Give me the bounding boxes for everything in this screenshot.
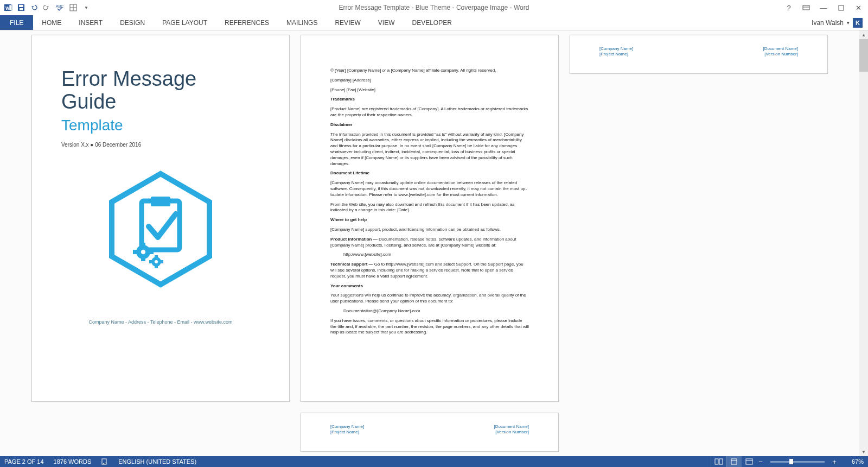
svg-rect-2 (9, 5, 12, 10)
qat-dropdown-icon[interactable]: ▼ (80, 2, 92, 14)
tab-home[interactable]: HOME (33, 15, 70, 30)
ribbon-display-icon[interactable] (799, 2, 814, 14)
redo-icon[interactable] (41, 2, 53, 14)
user-badge: K (853, 18, 863, 28)
tab-page-layout[interactable]: PAGE LAYOUT (154, 15, 216, 30)
svg-rect-10 (803, 5, 809, 10)
titlebar: W ABC ▼ Error Message Template - Blue Th… (0, 0, 868, 15)
tab-view[interactable]: VIEW (369, 15, 404, 30)
tab-developer[interactable]: DEVELOPER (403, 15, 460, 30)
tab-mailings[interactable]: MAILINGS (278, 15, 326, 30)
tab-design[interactable]: DESIGN (111, 15, 154, 30)
tab-review[interactable]: REVIEW (326, 15, 369, 30)
table-icon[interactable] (67, 2, 79, 14)
svg-rect-12 (839, 5, 844, 10)
tab-insert[interactable]: INSERT (70, 15, 111, 30)
user-account[interactable]: Ivan Walsh ▾ K (812, 15, 868, 30)
tab-references[interactable]: REFERENCES (216, 15, 278, 30)
window-title: Error Message Template - Blue Theme - Co… (339, 4, 529, 11)
window-controls: ? — ✕ (781, 2, 866, 14)
svg-rect-4 (19, 5, 23, 7)
maximize-icon[interactable] (833, 2, 848, 14)
undo-icon[interactable] (28, 2, 40, 14)
spellcheck-icon[interactable]: ABC (54, 2, 66, 14)
user-dropdown-icon: ▾ (847, 20, 850, 26)
word-icon[interactable]: W (2, 2, 14, 14)
minimize-icon[interactable]: — (816, 2, 831, 14)
close-icon[interactable]: ✕ (851, 2, 866, 14)
save-icon[interactable] (15, 2, 27, 14)
user-name: Ivan Walsh (812, 19, 844, 27)
svg-rect-5 (20, 8, 23, 10)
ribbon-tabs: FILE HOME INSERT DESIGN PAGE LAYOUT REFE… (0, 15, 868, 30)
tab-file[interactable]: FILE (0, 15, 33, 30)
svg-text:ABC: ABC (56, 4, 63, 8)
quick-access-toolbar: W ABC ▼ (2, 2, 92, 14)
help-icon[interactable]: ? (781, 2, 796, 14)
